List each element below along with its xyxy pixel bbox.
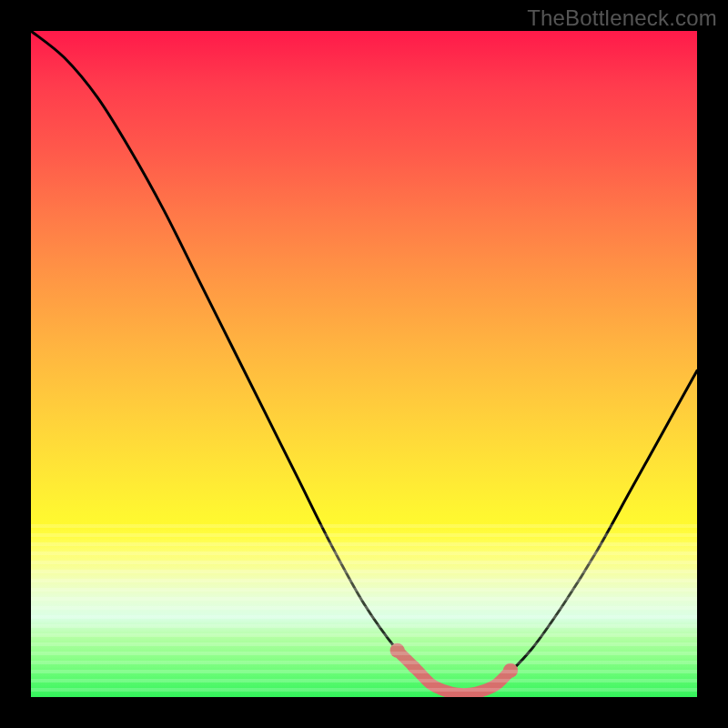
svg-point-0 (390, 643, 405, 658)
optimal-highlight (31, 31, 697, 697)
watermark-text: TheBottleneck.com (527, 5, 717, 31)
svg-point-2 (503, 663, 518, 678)
curve-line (31, 31, 697, 697)
chart-frame: TheBottleneck.com (0, 0, 728, 728)
svg-point-1 (408, 661, 420, 673)
plot-area (31, 31, 697, 697)
